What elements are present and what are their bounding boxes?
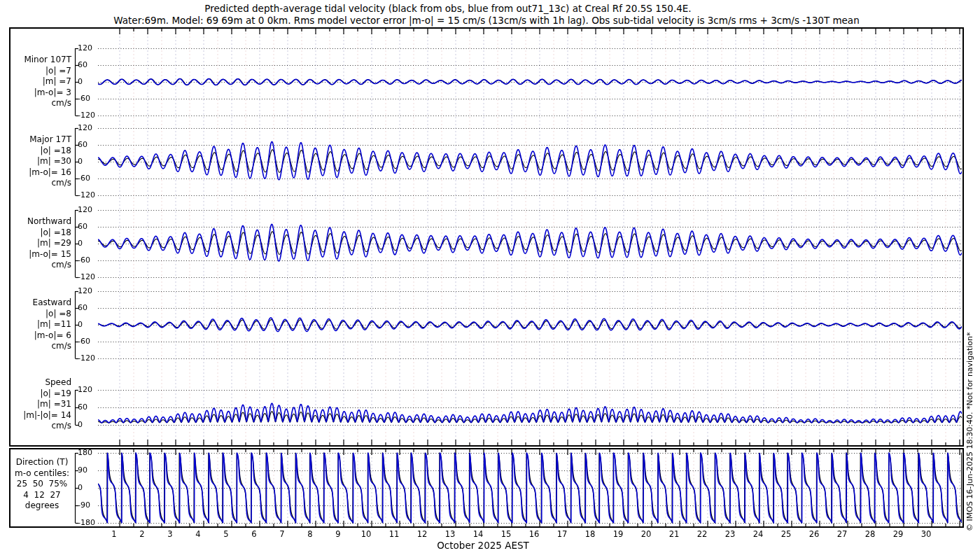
- x-tick-label: 1: [104, 529, 125, 539]
- direction-ytick-label: -180: [78, 519, 95, 527]
- northward-ytick-label: 120: [78, 206, 92, 214]
- x-tick-label: 27: [832, 529, 853, 539]
- panel-label-line: degrees: [10, 500, 74, 512]
- speed-ytick-label: 120: [78, 386, 92, 394]
- x-tick-label: 17: [552, 529, 573, 539]
- major-ytick-label: 60: [78, 141, 88, 149]
- panel-label-northward: Northward|o| =18|m| =29|m-o|= 15cm/s: [11, 216, 71, 271]
- major-ytick-label: 120: [78, 124, 92, 132]
- northward-ytick-label: -120: [78, 273, 95, 281]
- eastward-ytick-label: -120: [78, 354, 95, 363]
- x-tick-label: 15: [496, 529, 517, 539]
- panel-label-line: Minor 107T: [11, 55, 71, 66]
- panel-label-line: m-o centiles:: [10, 468, 74, 479]
- panel-label-line: Eastward: [11, 298, 71, 309]
- tidal-velocity-figure: Predicted depth-average tidal velocity (…: [0, 0, 980, 560]
- direction-ytick-label: 180: [78, 449, 92, 457]
- panel-label-minor: Minor 107T|o| =7|m| =7|m-o|= 3cm/s: [11, 55, 71, 109]
- x-tick-label: 3: [160, 529, 181, 539]
- speed-ytick-label: 0: [78, 421, 83, 429]
- x-tick-label: 4: [188, 529, 209, 539]
- panel-label-speed: Speed|o| =19|m| =31|m|-|o|= 14cm/s: [11, 377, 71, 432]
- eastward-ytick-label: 120: [78, 287, 92, 295]
- direction-ytick-label: 90: [78, 466, 88, 475]
- panel-label-line: cm/s: [11, 341, 71, 352]
- panel-label-line: |m| =7: [11, 76, 71, 88]
- panel-label-line: cm/s: [11, 98, 71, 109]
- minor-ytick-label: 0: [78, 78, 83, 86]
- x-tick-label: 18: [580, 529, 601, 539]
- x-tick-label: 28: [860, 529, 881, 539]
- x-tick-label: 19: [608, 529, 629, 539]
- major-ytick-label: -120: [78, 191, 95, 200]
- x-tick-label: 2: [132, 529, 153, 539]
- x-tick-label: 5: [216, 529, 237, 539]
- x-tick-label: 20: [636, 529, 657, 539]
- x-tick-label: 23: [720, 529, 741, 539]
- minor-ytick-label: -60: [78, 94, 90, 103]
- x-tick-label: 22: [692, 529, 713, 539]
- panel-label-line: |o| =8: [11, 309, 71, 320]
- minor-ytick-label: 120: [78, 44, 92, 52]
- x-tick-label: 14: [468, 529, 489, 539]
- eastward-ytick-label: -60: [78, 337, 90, 346]
- eastward-ytick-label: 0: [78, 321, 83, 329]
- panel-label-line: cm/s: [11, 178, 71, 189]
- x-tick-label: 24: [748, 529, 769, 539]
- x-tick-label: 10: [356, 529, 377, 539]
- tidal-plot-canvas: [0, 0, 980, 560]
- panel-label-line: |m-o|= 15: [11, 249, 71, 260]
- panel-label-line: 25 50 75%: [10, 479, 74, 490]
- x-tick-label: 8: [300, 529, 321, 539]
- panel-label-line: |o| =19: [11, 388, 71, 400]
- minor-ytick-label: 60: [78, 61, 88, 69]
- x-tick-label: 16: [524, 529, 545, 539]
- panel-label-line: cm/s: [11, 260, 71, 271]
- panel-label-line: |m| =31: [11, 399, 71, 410]
- x-tick-label: 13: [440, 529, 461, 539]
- panel-label-line: |m| =29: [11, 238, 71, 249]
- panel-label-line: |m-o|= 6: [11, 330, 71, 342]
- northward-ytick-label: 0: [78, 239, 83, 248]
- panel-label-line: |m-o|= 16: [11, 167, 71, 178]
- minor-ytick-label: -120: [78, 111, 95, 120]
- x-tick-label: 7: [272, 529, 293, 539]
- copyright-watermark: © IMOS 16-Jun-2025 18:30:40. *Not for na…: [965, 332, 974, 531]
- x-tick-label: 29: [888, 529, 909, 539]
- x-tick-label: 21: [664, 529, 685, 539]
- x-tick-label: 25: [776, 529, 797, 539]
- northward-ytick-label: 60: [78, 223, 88, 231]
- panel-label-line: Speed: [11, 377, 71, 388]
- x-axis-month-label: October 2025 AEST: [378, 540, 588, 551]
- x-tick-label: 26: [804, 529, 825, 539]
- major-ytick-label: -60: [78, 174, 90, 183]
- panel-label-line: |o| =7: [11, 66, 71, 77]
- x-tick-label: 11: [384, 529, 405, 539]
- major-ytick-label: 0: [78, 158, 83, 166]
- panel-label-line: Northward: [11, 216, 71, 227]
- panel-label-line: |m-o|= 3: [11, 88, 71, 99]
- panel-label-direction: Direction (T)m-o centiles:25 50 75%4 12 …: [10, 457, 74, 512]
- northward-ytick-label: -60: [78, 256, 90, 265]
- panel-label-line: |m| =30: [11, 156, 71, 167]
- x-tick-label: 9: [328, 529, 349, 539]
- panel-label-line: Major 17T: [11, 134, 71, 146]
- panel-label-line: |o| =18: [11, 227, 71, 239]
- direction-ytick-label: -90: [78, 501, 90, 510]
- x-tick-label: 30: [916, 529, 937, 539]
- panel-label-line: |o| =18: [11, 146, 71, 157]
- panel-label-line: Direction (T): [10, 457, 74, 468]
- panel-label-eastward: Eastward|o| =8|m| =11|m-o|= 6cm/s: [11, 298, 71, 352]
- panel-label-major: Major 17T|o| =18|m| =30|m-o|= 16cm/s: [11, 134, 71, 189]
- direction-ytick-label: 0: [78, 484, 83, 492]
- panel-label-line: |m| =11: [11, 319, 71, 330]
- x-tick-label: 12: [412, 529, 433, 539]
- x-tick-label: 6: [244, 529, 265, 539]
- panel-label-line: 4 12 27: [10, 490, 74, 501]
- panel-label-line: |m|-|o|= 14: [11, 410, 71, 421]
- speed-ytick-label: 60: [78, 403, 88, 412]
- panel-label-line: cm/s: [11, 421, 71, 432]
- eastward-ytick-label: 60: [78, 304, 88, 312]
